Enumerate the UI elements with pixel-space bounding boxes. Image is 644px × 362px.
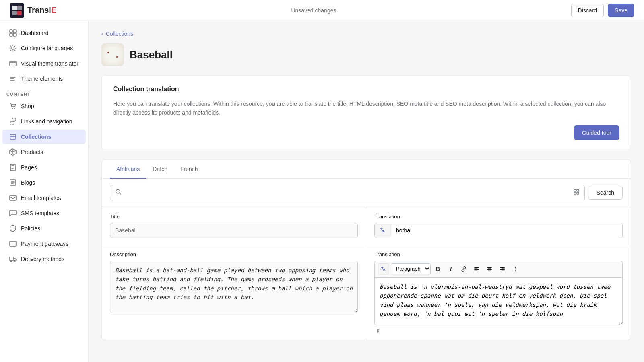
svg-rect-21: [574, 192, 576, 194]
align-left-button[interactable]: [471, 263, 482, 275]
title-row: Title Translation: [102, 207, 631, 245]
svg-rect-3: [17, 11, 22, 15]
sidebar-dashboard-label: Dashboard: [21, 30, 49, 36]
info-card: Collection translation Here you can tran…: [101, 76, 631, 150]
sidebar-products-label: Products: [21, 149, 43, 155]
sidebar-item-visual-theme[interactable]: Visual theme translator: [2, 56, 86, 71]
info-card-title: Collection translation: [113, 86, 619, 93]
sidebar-blogs-label: Blogs: [21, 179, 35, 186]
sidebar: Dashboard Configure languages Visual the…: [0, 21, 89, 362]
sidebar-item-payment[interactable]: Payment gateways: [2, 237, 86, 251]
language-tabs: Afrikaans Dutch French: [102, 160, 631, 179]
sidebar-item-theme-elements[interactable]: Theme elements: [2, 72, 86, 86]
sidebar-delivery-label: Delivery methods: [21, 256, 64, 262]
dashboard-icon: [9, 29, 17, 37]
svg-point-10: [12, 108, 13, 109]
sidebar-item-pages[interactable]: Pages: [2, 160, 86, 175]
svg-rect-12: [10, 164, 15, 171]
visual-theme-icon: [9, 60, 17, 68]
search-input[interactable]: [125, 189, 573, 196]
search-wrapper[interactable]: [110, 185, 585, 200]
bold-button[interactable]: B: [432, 263, 444, 275]
discard-button[interactable]: Discard: [571, 4, 604, 17]
svg-rect-7: [13, 33, 16, 36]
svg-rect-5: [13, 30, 16, 33]
title-translation-wrapper: [374, 223, 623, 238]
sidebar-configure-label: Configure languages: [21, 45, 73, 51]
sidebar-item-products[interactable]: Products: [2, 145, 86, 159]
page-header: Baseball: [101, 43, 631, 66]
topbar: TranslE Unsaved changes Discard Save: [0, 0, 644, 21]
description-row: Description Baseball is a bat-and-ball g…: [102, 245, 631, 340]
info-card-description: Here you can translate your collections.…: [113, 99, 619, 117]
italic-button[interactable]: I: [445, 263, 456, 275]
sidebar-sms-label: SMS templates: [21, 210, 59, 216]
breadcrumb-label: Collections: [106, 31, 133, 37]
sidebar-item-configure[interactable]: Configure languages: [2, 41, 86, 56]
logo-icon: [10, 3, 24, 18]
toolbar-translate-icon[interactable]: [378, 263, 389, 275]
app-logo: TranslE: [10, 3, 56, 18]
tab-afrikaans[interactable]: Afrikaans: [110, 160, 146, 179]
translate-icon-btn[interactable]: [375, 224, 391, 237]
logo-text: TranslE: [27, 6, 56, 15]
sidebar-shop-label: Shop: [21, 103, 34, 109]
sidebar-pages-label: Pages: [21, 164, 37, 171]
search-row: Search: [102, 179, 631, 207]
sidebar-policies-label: Policies: [21, 225, 40, 232]
svg-rect-20: [577, 189, 579, 191]
sidebar-links-label: Links and navigation: [21, 118, 72, 125]
logo-accent: E: [51, 6, 56, 14]
delivery-icon: [9, 255, 17, 263]
description-translation-col: Translation Paragraph B I: [366, 245, 631, 340]
more-options-button[interactable]: ⋮: [510, 263, 521, 275]
sidebar-item-delivery[interactable]: Delivery methods: [2, 252, 86, 266]
sidebar-item-links-navigation[interactable]: Links and navigation: [2, 114, 86, 129]
sidebar-item-dashboard[interactable]: Dashboard: [2, 26, 86, 40]
sidebar-item-sms-templates[interactable]: SMS templates: [2, 206, 86, 220]
collections-icon: [9, 133, 17, 141]
sidebar-visual-theme-label: Visual theme translator: [21, 60, 78, 67]
products-icon: [9, 148, 17, 156]
title-translation-label: Translation: [374, 214, 623, 220]
sms-icon: [9, 209, 17, 217]
sidebar-item-blogs[interactable]: Blogs: [2, 175, 86, 190]
save-button[interactable]: Save: [608, 4, 634, 17]
links-icon: [9, 117, 17, 125]
sidebar-item-email-templates[interactable]: Email templates: [2, 191, 86, 205]
breadcrumb[interactable]: ‹ Collections: [101, 31, 631, 37]
guided-tour-button[interactable]: Guided tour: [574, 125, 619, 140]
svg-rect-9: [10, 61, 16, 66]
sidebar-email-label: Email templates: [21, 195, 61, 201]
policies-icon: [9, 224, 17, 232]
shop-icon: [9, 102, 17, 110]
page-title: Baseball: [130, 49, 173, 61]
topbar-actions: Discard Save: [571, 4, 634, 17]
title-source-input[interactable]: [110, 223, 358, 238]
align-center-button[interactable]: [484, 263, 495, 275]
payment-icon: [9, 240, 17, 248]
svg-rect-22: [577, 192, 579, 194]
tab-french[interactable]: French: [174, 160, 204, 179]
sidebar-item-policies[interactable]: Policies: [2, 221, 86, 236]
collection-image: [101, 43, 124, 66]
svg-rect-1: [17, 6, 22, 10]
svg-point-17: [14, 261, 15, 262]
sidebar-item-collections[interactable]: Collections: [2, 130, 86, 144]
search-button[interactable]: Search: [588, 186, 623, 200]
description-source-textarea[interactable]: Baseball is a bat-and-ball game played b…: [110, 261, 358, 313]
configure-icon: [9, 44, 17, 52]
blogs-icon: [9, 179, 17, 187]
rich-text-toolbar: Paragraph B I: [374, 261, 623, 277]
paragraph-select[interactable]: Paragraph: [391, 263, 431, 274]
description-translation-textarea[interactable]: Baseball is 'n vlermuis-en-bal-wedstryd …: [374, 277, 623, 325]
sidebar-item-shop[interactable]: Shop: [2, 99, 86, 113]
tab-dutch[interactable]: Dutch: [146, 160, 174, 179]
sidebar-theme-elements-label: Theme elements: [21, 76, 63, 82]
description-translation-label: Translation: [374, 251, 623, 257]
link-button[interactable]: [458, 263, 469, 275]
align-right-button[interactable]: [497, 263, 508, 275]
translation-card: Afrikaans Dutch French Search: [101, 160, 631, 340]
title-translation-input[interactable]: [391, 223, 622, 238]
title-label: Title: [110, 214, 358, 220]
